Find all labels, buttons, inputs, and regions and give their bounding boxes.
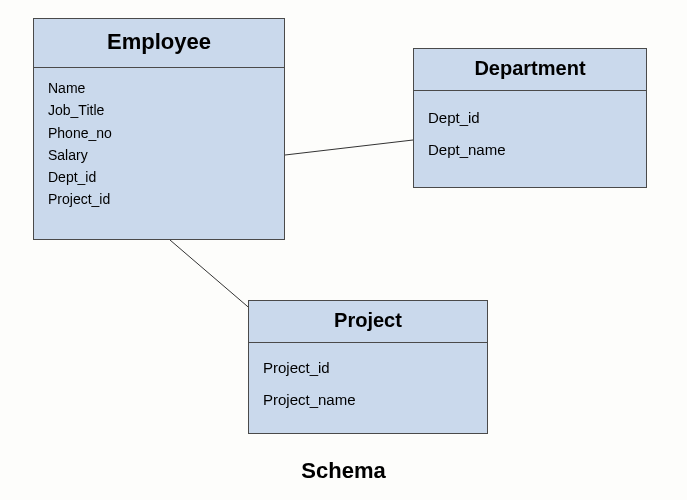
entity-department-title: Department xyxy=(414,49,646,91)
entity-department: Department Dept_id Dept_name xyxy=(413,48,647,188)
attribute-row: Salary xyxy=(48,145,270,165)
entity-project: Project Project_id Project_name xyxy=(248,300,488,434)
attribute-row: Job_Title xyxy=(48,100,270,120)
entity-employee-title: Employee xyxy=(34,19,284,68)
attribute-row: Project_name xyxy=(263,385,473,415)
attribute-row: Name xyxy=(48,78,270,98)
attribute-row: Dept_id xyxy=(48,167,270,187)
attribute-row: Project_id xyxy=(48,189,270,209)
entity-employee: Employee Name Job_Title Phone_no Salary … xyxy=(33,18,285,240)
entity-employee-attributes: Name Job_Title Phone_no Salary Dept_id P… xyxy=(34,68,284,226)
attribute-row: Phone_no xyxy=(48,123,270,143)
entity-project-attributes: Project_id Project_name xyxy=(249,343,487,431)
diagram-title: Schema xyxy=(0,458,687,484)
schema-diagram-canvas: Employee Name Job_Title Phone_no Salary … xyxy=(0,0,687,500)
attribute-row: Dept_name xyxy=(428,135,632,165)
employee-department-connector xyxy=(285,140,413,155)
entity-department-attributes: Dept_id Dept_name xyxy=(414,91,646,181)
attribute-row: Dept_id xyxy=(428,103,632,133)
entity-project-title: Project xyxy=(249,301,487,343)
attribute-row: Project_id xyxy=(263,353,473,383)
